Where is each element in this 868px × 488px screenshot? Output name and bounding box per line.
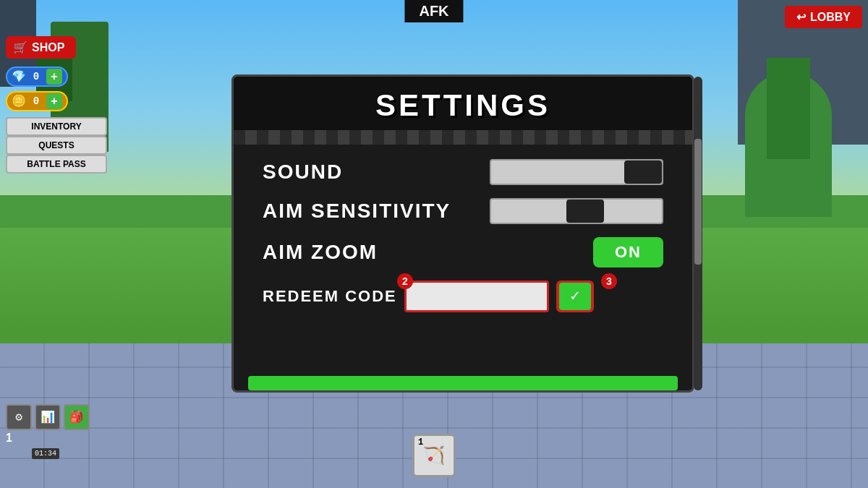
gold-icon: 🪙 [12,94,26,108]
aim-zoom-row: AIM ZOOM ON [263,237,663,267]
aim-sensitivity-row: AIM SENSITIVITY [263,198,663,224]
afk-label: AFK [404,0,463,22]
redeem-check-wrapper: ✓ 3 [556,281,594,312]
inventory-button[interactable]: INVENTORY [6,117,107,136]
tree-right [767,58,810,159]
aim-sensitivity-slider[interactable] [490,198,663,224]
shop-button[interactable]: 🛒 SHOP [6,36,76,59]
lobby-label: LOBBY [810,11,851,24]
modal-pattern [234,130,692,145]
bottom-hud: ⚙ 📊 🎒 [6,404,90,430]
modal-title: SETTINGS [234,77,692,130]
bow-icon: 🏹 [423,445,445,466]
aim-sensitivity-thumb [566,200,604,223]
gold-count: 0 [29,95,43,107]
quests-button[interactable]: QUESTS [6,136,107,155]
sound-slider-thumb [624,160,662,184]
battle-pass-button[interactable]: BATTLE PASS [6,155,107,174]
shop-label: SHOP [32,41,64,54]
settings-icon-btn[interactable]: ⚙ [6,404,32,430]
inventory-icon-btn[interactable]: 🎒 [64,404,90,430]
aim-zoom-label: AIM ZOOM [263,241,378,264]
gold-bar: 🪙 0 + [6,91,68,111]
redeem-submit-button[interactable]: ✓ [556,281,594,312]
redeem-code-input[interactable] [404,281,549,312]
gems-bar: 💎 0 + [6,67,68,87]
gold-plus-button[interactable]: + [46,93,62,109]
modal-body: SOUND AIM SENSITIVITY AIM ZOOM ON REDEEM… [234,145,692,340]
aim-zoom-toggle[interactable]: ON [593,237,663,267]
gems-count: 0 [29,71,43,82]
scrollbar-thumb [694,139,702,265]
sound-label: SOUND [263,160,343,184]
modal-bottom-bar [248,376,678,390]
timer-display: 01:34 [32,448,59,459]
annotation-badge-3: 3 [601,273,617,289]
lobby-arrow-icon: ↩ [796,10,806,24]
settings-modal: SETTINGS SOUND AIM SENSITIVITY AIM ZOOM [231,74,694,393]
redeem-code-label: REDEEM CODE [263,287,397,306]
gems-plus-button[interactable]: + [46,69,62,85]
sound-slider[interactable] [490,159,663,185]
annotation-badge-2: 2 [397,273,413,289]
cart-icon: 🛒 [13,40,27,54]
item-slot[interactable]: 1 🏹 [412,434,456,477]
redeem-input-wrapper: 2 [404,281,549,312]
redeem-code-row: REDEEM CODE 2 ✓ 3 [263,281,663,312]
aim-sensitivity-label: AIM SENSITIVITY [263,200,451,223]
item-slot-number: 1 [418,437,423,448]
gem-icon: 💎 [12,69,26,84]
checkmark-icon: ✓ [559,283,591,310]
stats-icon-btn[interactable]: 📊 [35,404,61,430]
number-badge-1: 1 [6,432,12,445]
modal-scrollbar[interactable] [694,77,702,390]
sound-setting-row: SOUND [263,159,663,185]
lobby-button[interactable]: ↩ LOBBY [785,6,862,28]
